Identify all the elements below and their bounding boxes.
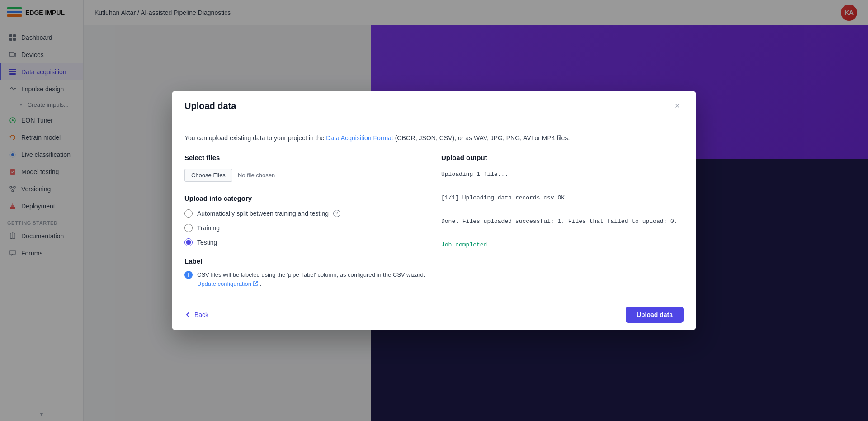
log-line-4 <box>441 204 684 216</box>
close-icon: × <box>675 101 680 111</box>
radio-testing-input[interactable] <box>184 238 193 246</box>
update-configuration-link[interactable]: Update configuration <box>197 279 258 289</box>
choose-files-button[interactable]: Choose Files <box>184 169 232 182</box>
left-column: Select files Choose Files No file chosen… <box>184 154 427 288</box>
modal-backdrop[interactable]: Upload data × You can upload existing da… <box>0 0 868 421</box>
log-line-5: Done. Files uploaded successful: 1. File… <box>441 216 684 227</box>
log-line-2 <box>441 180 684 192</box>
upload-data-button[interactable]: Upload data <box>626 307 684 323</box>
upload-modal: Upload data × You can upload existing da… <box>172 91 696 330</box>
select-files-section: Select files Choose Files No file chosen <box>184 154 427 182</box>
data-acquisition-format-link[interactable]: Data Acquisition Format <box>326 134 393 142</box>
radio-training[interactable]: Training <box>184 224 427 232</box>
log-line-3: [1/1] Uploading data_records.csv OK <box>441 192 684 204</box>
modal-footer: Back Upload data <box>172 299 696 330</box>
period: . <box>260 280 262 287</box>
update-config-text: Update configuration <box>197 279 251 289</box>
right-column: Upload output Uploading 1 file... [1/1] … <box>441 154 684 288</box>
radio-training-input[interactable] <box>184 224 193 232</box>
select-files-heading: Select files <box>184 154 427 161</box>
back-chevron-icon <box>184 311 192 318</box>
label-heading: Label <box>184 257 427 265</box>
upload-category-heading: Upload into category <box>184 194 427 202</box>
log-line-success: Job completed <box>441 239 684 251</box>
modal-intro: You can upload existing data to your pro… <box>184 133 684 143</box>
label-info-text: CSV files will be labeled using the 'pip… <box>197 271 425 278</box>
radio-testing-label: Testing <box>197 239 217 246</box>
modal-header: Upload data × <box>172 91 696 122</box>
upload-output-heading: Upload output <box>441 154 684 161</box>
modal-close-button[interactable]: × <box>671 100 684 113</box>
modal-body: You can upload existing data to your pro… <box>172 122 696 299</box>
label-section: Label i CSV files will be labeled using … <box>184 257 427 288</box>
auto-split-info-icon[interactable]: ? <box>333 210 340 217</box>
log-line-1: Uploading 1 file... <box>441 169 684 180</box>
upload-output-log: Uploading 1 file... [1/1] Uploading data… <box>441 169 684 251</box>
external-link-icon <box>253 281 258 286</box>
intro-suffix: (CBOR, JSON, CSV), or as WAV, JPG, PNG, … <box>393 134 570 142</box>
file-input-area: Choose Files No file chosen <box>184 169 427 182</box>
label-info-box: i CSV files will be labeled using the 'p… <box>184 270 427 288</box>
radio-auto-split[interactable]: Automatically split between training and… <box>184 209 427 218</box>
modal-title: Upload data <box>184 101 236 111</box>
radio-training-label: Training <box>197 224 220 232</box>
label-info-content: CSV files will be labeled using the 'pip… <box>197 270 425 288</box>
info-icon: i <box>184 271 193 279</box>
no-file-text: No file chosen <box>238 172 275 179</box>
upload-category-section: Upload into category Automatically split… <box>184 194 427 246</box>
intro-text: You can upload existing data to your pro… <box>184 134 326 142</box>
back-button[interactable]: Back <box>184 311 208 318</box>
modal-grid: Select files Choose Files No file chosen… <box>184 154 684 288</box>
radio-auto-split-label: Automatically split between training and… <box>197 210 329 217</box>
radio-testing[interactable]: Testing <box>184 238 427 246</box>
radio-auto-split-input[interactable] <box>184 209 193 218</box>
back-btn-label: Back <box>194 311 208 318</box>
log-line-6 <box>441 227 684 239</box>
